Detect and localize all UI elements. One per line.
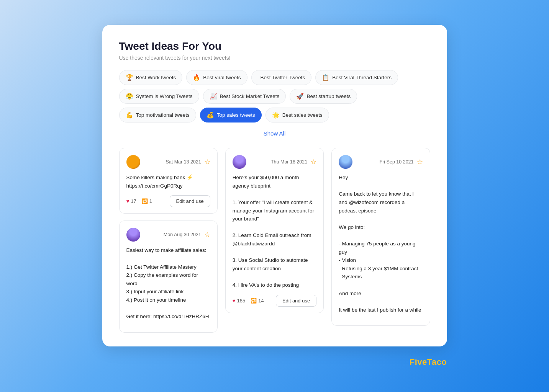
page-subtitle: Use these relevant tweets for your next …: [119, 55, 430, 61]
tweet-header: Fri Sep 10 2021 ☆: [339, 155, 423, 169]
category-icon: 💪: [126, 111, 133, 119]
retweets-stat: 🔁 14: [251, 298, 264, 304]
tweet-body: Some killers making bank ⚡https://t.co/c…: [126, 173, 210, 190]
category-icon: 🔥: [193, 74, 200, 81]
show-all-section: Show All: [119, 130, 430, 137]
tweet-date: Mon Aug 30 2021: [140, 232, 204, 237]
star-button[interactable]: ☆: [204, 230, 210, 239]
category-icon: 😤: [126, 93, 133, 100]
hearts-stat: ♥ 185: [233, 298, 245, 304]
category-pill-system-wrong[interactable]: 😤System is Wrong Tweets: [119, 89, 199, 104]
category-icon: 📈: [210, 93, 217, 100]
category-label: Top sales tweets: [217, 112, 255, 118]
tweet-footer: ♥ 185 🔁 14 Edit and use: [233, 295, 316, 307]
category-pill-top-motivational[interactable]: 💪Top motivational tweets: [119, 108, 196, 122]
categories-row: 🏆Best Work tweets🔥Best viral tweetsBest …: [119, 70, 430, 122]
category-label: Best sales tweets: [282, 112, 323, 118]
category-pill-top-sales[interactable]: 💰Top sales tweets: [200, 108, 262, 122]
star-button[interactable]: ☆: [204, 158, 210, 166]
tweet-col-2: Thu Mar 18 2021 ☆ Here's your $50,000 a …: [225, 148, 324, 333]
category-icon: 💰: [206, 111, 214, 119]
tweet-header: Thu Mar 18 2021 ☆: [233, 155, 316, 169]
category-label: Best startup tweets: [306, 93, 351, 99]
tweet-date: Fri Sep 10 2021: [352, 159, 416, 165]
heart-icon: ♥: [233, 298, 236, 304]
category-pill-best-twitter[interactable]: Best Twitter Tweets: [251, 70, 312, 85]
tweet-stats: ♥ 185 🔁 14: [233, 298, 264, 304]
star-button[interactable]: ☆: [417, 158, 423, 166]
tweet-col-3: Fri Sep 10 2021 ☆ HeyCame back to let yo…: [331, 148, 430, 333]
category-label: System is Wrong Tweets: [136, 93, 193, 99]
branding: FiveTaco: [102, 357, 447, 367]
tweets-grid: Sat Mar 13 2021 ☆ Some killers making ba…: [119, 148, 430, 333]
avatar: [126, 155, 140, 169]
show-all-link[interactable]: Show All: [264, 130, 286, 137]
retweets-stat: 🔁 1: [142, 198, 152, 204]
category-label: Best Twitter Tweets: [261, 75, 305, 80]
category-label: Best viral tweets: [203, 75, 241, 80]
avatar: [126, 228, 140, 242]
tweet-col-1: Sat Mar 13 2021 ☆ Some killers making ba…: [119, 148, 218, 333]
category-icon: 🚀: [296, 93, 304, 100]
tweet-card: Mon Aug 30 2021 ☆ Easiest way to make af…: [119, 220, 218, 332]
category-icon: 🏆: [126, 74, 133, 81]
main-card: Tweet Ideas For You Use these relevant t…: [102, 25, 447, 346]
tweet-header: Mon Aug 30 2021 ☆: [126, 228, 210, 242]
tweet-body: Here's your $50,000 a month agency bluep…: [233, 173, 316, 289]
category-pill-best-viral-thread[interactable]: 📋Best Viral Thread Starters: [315, 70, 398, 85]
branding-suffix: Taco: [427, 357, 447, 367]
tweet-body: HeyCame back to let you know that I and …: [339, 173, 423, 314]
category-label: Top motivational tweets: [136, 112, 190, 118]
category-pill-best-startup[interactable]: 🚀Best startup tweets: [290, 89, 357, 104]
category-label: Best Stock Market Tweets: [220, 93, 280, 99]
avatar: [233, 155, 246, 169]
tweet-card: Sat Mar 13 2021 ☆ Some killers making ba…: [119, 148, 218, 214]
retweet-icon: 🔁: [251, 298, 257, 304]
tweet-card: Fri Sep 10 2021 ☆ HeyCame back to let yo…: [331, 148, 430, 326]
category-pill-best-sales[interactable]: 🌟Best sales tweets: [265, 108, 329, 122]
category-icon: 📋: [322, 74, 329, 81]
tweet-date: Sat Mar 13 2021: [140, 159, 204, 165]
category-pill-best-viral[interactable]: 🔥Best viral tweets: [186, 70, 247, 85]
edit-use-button-1[interactable]: Edit and use: [170, 195, 210, 207]
page-title: Tweet Ideas For You: [119, 40, 430, 52]
tweet-card: Thu Mar 18 2021 ☆ Here's your $50,000 a …: [225, 148, 324, 313]
category-pill-best-work[interactable]: 🏆Best Work tweets: [119, 70, 183, 85]
category-label: Best Viral Thread Starters: [332, 75, 392, 80]
retweet-icon: 🔁: [142, 198, 148, 204]
avatar: [339, 155, 352, 169]
category-icon: 🌟: [272, 111, 280, 119]
star-button[interactable]: ☆: [310, 158, 316, 166]
heart-icon: ♥: [126, 198, 129, 204]
branding-prefix: Five: [410, 357, 427, 367]
tweet-date: Thu Mar 18 2021: [246, 159, 310, 165]
tweet-header: Sat Mar 13 2021 ☆: [126, 155, 210, 169]
tweet-body: Easiest way to make affiliate sales:1.) …: [126, 246, 210, 320]
category-label: Best Work tweets: [136, 75, 176, 80]
tweet-stats: ♥ 17 🔁 1: [126, 198, 152, 204]
tweet-footer: ♥ 17 🔁 1 Edit and use: [126, 195, 210, 207]
category-pill-best-stock[interactable]: 📈Best Stock Market Tweets: [203, 89, 286, 104]
edit-use-button-2[interactable]: Edit and use: [276, 295, 316, 307]
hearts-stat: ♥ 17: [126, 198, 136, 204]
